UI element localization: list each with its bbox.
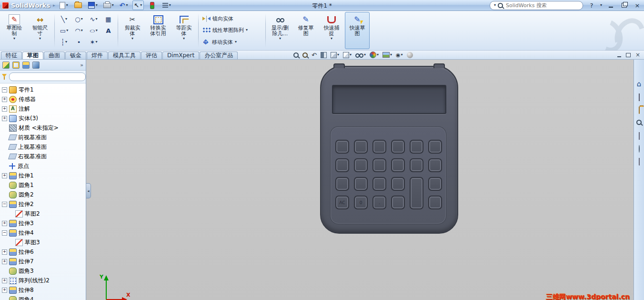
- configurationmanager-tab-icon[interactable]: [22, 62, 30, 69]
- tree-item-material[interactable]: 材质 <未指定>: [0, 123, 86, 133]
- offset-entities-button[interactable]: 等距实体 ▾: [171, 12, 196, 49]
- close-button[interactable]: ×: [633, 1, 642, 9]
- expand-box-icon[interactable]: +: [2, 278, 7, 283]
- expand-box-icon[interactable]: +: [2, 259, 7, 264]
- viewport-3d[interactable]: ◂: [86, 60, 634, 300]
- tree-item-fillet3[interactable]: 圆角3: [0, 266, 86, 276]
- calculator-key[interactable]: [410, 158, 423, 172]
- centerline-tool-button[interactable]: ┆▾: [57, 36, 71, 48]
- move-entities-button[interactable]: ↔↕ 移动实体 ▾: [201, 38, 262, 46]
- save-button[interactable]: ▾: [87, 0, 99, 10]
- appearances-button[interactable]: [639, 145, 640, 152]
- tab-dimxpert[interactable]: DimXpert: [162, 52, 199, 59]
- calculator-top-tab[interactable]: [333, 63, 345, 68]
- tree-item-sketch2[interactable]: 草图2: [0, 209, 86, 218]
- calculator-model[interactable]: AC 0 .: [320, 66, 458, 234]
- tree-item-fillet4[interactable]: 圆角4: [0, 295, 86, 300]
- help-dropdown-icon[interactable]: ▾: [600, 3, 602, 7]
- tab-sketch[interactable]: 草图: [22, 52, 43, 59]
- linear-sketch-pattern-button[interactable]: 线性草图阵列 ▾: [201, 26, 262, 34]
- calculator-key[interactable]: [335, 158, 349, 172]
- rapid-sketch-button[interactable]: ✎ 快速草图: [345, 12, 370, 49]
- doc-restore-button[interactable]: [626, 53, 631, 57]
- custom-properties-button[interactable]: [639, 158, 640, 165]
- rebuild-button[interactable]: [147, 0, 158, 10]
- tab-surfaces[interactable]: 曲面: [44, 52, 65, 59]
- tree-item-annotations[interactable]: +注解: [0, 104, 86, 114]
- expand-box-icon[interactable]: +: [2, 249, 7, 255]
- calculator-key-ac[interactable]: AC: [335, 196, 349, 209]
- calculator-key[interactable]: [372, 177, 386, 191]
- arc-tool-button[interactable]: ◠▾: [71, 25, 86, 36]
- smart-dimension-button[interactable]: ↔ 智能尺寸 ▾: [28, 12, 52, 49]
- minimize-button[interactable]: [606, 1, 615, 9]
- display-style-button[interactable]: ▾: [343, 52, 352, 58]
- tab-weldments[interactable]: 焊件: [87, 52, 108, 59]
- tree-item-extrude8[interactable]: +拉伸8: [0, 285, 86, 295]
- undo-button[interactable]: ↶ ▾: [118, 0, 130, 10]
- view-settings-button[interactable]: ◉▾: [396, 52, 403, 58]
- quick-snaps-button[interactable]: 快速捕捉 ▾: [319, 12, 344, 49]
- tab-mold-tools[interactable]: 模具工具: [108, 52, 141, 59]
- calculator-key[interactable]: [354, 177, 368, 191]
- propertymanager-tab-icon[interactable]: [12, 62, 20, 69]
- display-delete-relations-button[interactable]: 显示/删除几... ▾: [268, 12, 292, 49]
- calculator-key[interactable]: [391, 177, 405, 191]
- calculator-key[interactable]: [354, 140, 368, 154]
- tree-item-top-plane[interactable]: 上视基准面: [0, 142, 86, 152]
- expand-box-icon[interactable]: +: [2, 288, 7, 293]
- panel-tabs-overflow[interactable]: »: [80, 62, 83, 68]
- calculator-key[interactable]: [428, 140, 442, 154]
- calculator-key-dot[interactable]: .: [372, 196, 386, 209]
- tree-item-right-plane[interactable]: 右视基准面: [0, 152, 86, 161]
- help-button[interactable]: ?: [587, 1, 596, 9]
- collapse-box-icon[interactable]: −: [2, 202, 7, 207]
- mirror-entities-button[interactable]: 镜向实体: [201, 15, 262, 23]
- calculator-key[interactable]: [410, 140, 423, 154]
- file-explorer-button[interactable]: [639, 107, 640, 114]
- doc-minimize-button[interactable]: [617, 53, 621, 57]
- open-button[interactable]: [72, 0, 84, 10]
- doc-close-button[interactable]: ×: [635, 52, 640, 58]
- search-input[interactable]: [505, 2, 564, 9]
- panel-collapse-handle[interactable]: ◂: [86, 183, 91, 198]
- spline-tool-button[interactable]: ∿▾: [86, 13, 101, 25]
- solidworks-resources-button[interactable]: ⌂: [637, 81, 642, 88]
- expand-box-icon[interactable]: +: [2, 173, 7, 178]
- tree-item-front-plane[interactable]: 前视基准面: [0, 133, 86, 142]
- tree-item-extrude3[interactable]: +拉伸3: [0, 218, 86, 228]
- search-box[interactable]: ▾: [490, 1, 583, 10]
- calculator-key[interactable]: [428, 177, 442, 191]
- tab-evaluate[interactable]: 评估: [141, 52, 162, 59]
- calculator-top-tab[interactable]: [433, 63, 445, 68]
- calculator-key[interactable]: [372, 140, 386, 154]
- calculator-key[interactable]: [354, 158, 368, 172]
- tree-item-extrude4[interactable]: −拉伸4: [0, 228, 86, 238]
- calculator-keypad-face[interactable]: AC 0 .: [331, 127, 446, 224]
- calculator-key-tall[interactable]: [410, 177, 423, 209]
- tab-features[interactable]: 特征: [1, 52, 22, 59]
- tree-item-fillet1[interactable]: 圆角1: [0, 180, 86, 190]
- trim-entities-button[interactable]: ✂ 剪裁实体 ▾: [120, 12, 145, 49]
- print-button[interactable]: ▾: [102, 0, 115, 10]
- tree-item-extrude7[interactable]: +拉伸7: [0, 257, 86, 266]
- ellipse-tool-button[interactable]: ○▾: [86, 25, 101, 36]
- point-tool-button[interactable]: •: [71, 36, 86, 48]
- design-library-button[interactable]: [639, 94, 640, 101]
- circle-tool-button[interactable]: ○▾: [71, 13, 86, 25]
- new-document-button[interactable]: ▾: [58, 0, 70, 10]
- section-view-button[interactable]: [321, 52, 327, 58]
- calculator-display-face[interactable]: [332, 85, 446, 114]
- tab-office-products[interactable]: 办公室产品: [200, 52, 238, 59]
- text-tool-button[interactable]: A: [101, 25, 116, 36]
- view-palette-button[interactable]: [639, 133, 640, 139]
- tree-item-fillet2[interactable]: 圆角2: [0, 190, 86, 199]
- tree-item-linear-pattern2[interactable]: +阵列(线性)2: [0, 276, 86, 285]
- collapse-box-icon[interactable]: −: [2, 87, 7, 93]
- previous-view-button[interactable]: ↶: [312, 52, 317, 58]
- calculator-key[interactable]: [372, 158, 386, 172]
- apply-scene-button[interactable]: ▾: [382, 52, 392, 58]
- calculator-key[interactable]: [335, 177, 349, 191]
- tree-item-extrude1[interactable]: +拉伸1: [0, 171, 86, 180]
- expand-box-icon[interactable]: +: [2, 97, 7, 102]
